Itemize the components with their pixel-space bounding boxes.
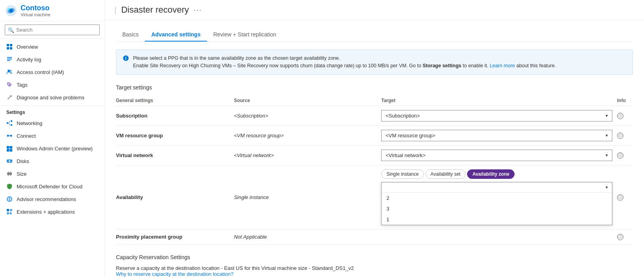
row-target-availability: Single instance Availability set Availab… — [381, 165, 617, 229]
sidebar-item-activity-log[interactable]: Activity log — [0, 53, 104, 66]
svg-point-17 — [7, 135, 9, 137]
info-text-line2: Enable Site Recovery on High Churning VM… — [133, 63, 423, 68]
table-row: Availability Single instance Single inst… — [116, 165, 633, 229]
tab-advanced-settings[interactable]: Advanced settings — [145, 28, 207, 42]
sidebar-item-label: Tags — [17, 82, 27, 88]
svg-rect-21 — [7, 149, 9, 152]
row-label-proximity: Proximity placement group — [116, 229, 234, 244]
row-info-proximity: ⓘ — [617, 229, 633, 244]
row-label-subscription: Subscription — [116, 106, 234, 125]
header-divider: | — [114, 6, 116, 15]
connect-icon — [6, 133, 13, 139]
svg-rect-5 — [10, 44, 12, 46]
network-icon — [6, 120, 13, 126]
tab-review-start[interactable]: Review + Start replication — [207, 28, 283, 42]
settings-section-title: Settings — [0, 105, 104, 117]
info-learn-more-link[interactable]: Learn more — [490, 63, 515, 68]
grid-icon — [6, 44, 13, 50]
table-row: VM resource group <VM resource group> <V… — [116, 125, 633, 145]
chevron-down-icon: ▾ — [606, 185, 608, 190]
row-source-proximity: Not Applicable — [234, 229, 381, 244]
info-icon[interactable]: ⓘ — [617, 194, 623, 201]
row-info-virtual-network: ⓘ — [617, 145, 633, 165]
sidebar-item-overview[interactable]: Overview — [0, 40, 104, 53]
info-text-line3: to enable it. — [462, 63, 490, 68]
extensions-icon — [6, 209, 13, 215]
info-icon[interactable]: ⓘ — [617, 234, 623, 240]
zone-dropdown-input[interactable]: ▾ — [382, 182, 612, 193]
svg-point-18 — [10, 135, 12, 137]
sidebar-item-disks[interactable]: Disks — [0, 155, 104, 167]
sidebar-item-label: Microsoft Defender for Cloud — [17, 184, 82, 190]
sidebar-item-tags[interactable]: Tags — [0, 78, 104, 91]
row-label-virtual-network: Virtual network — [116, 145, 234, 165]
row-source-vm-resource-group: <VM resource group> — [234, 125, 381, 145]
windows-icon — [6, 145, 13, 152]
zone-dropdown: ▾ 2 3 1 — [381, 182, 612, 225]
size-icon — [6, 171, 13, 177]
sidebar-item-label: Access control (IAM) — [17, 69, 64, 75]
tab-basics[interactable]: Basics — [116, 28, 145, 42]
col-target: Target — [381, 95, 617, 106]
sidebar-item-diagnose[interactable]: Diagnose and solve problems — [0, 91, 104, 104]
zone-option-2[interactable]: 2 — [382, 193, 612, 203]
sidebar-item-size[interactable]: Size — [0, 167, 104, 180]
svg-point-13 — [8, 83, 9, 85]
svg-point-11 — [8, 70, 10, 72]
row-target-vm-resource-group: <VM resource group> ▾ — [381, 125, 617, 145]
availability-options: Single instance Availability set Availab… — [381, 169, 612, 179]
tag-icon — [6, 82, 13, 88]
sidebar-item-label: Disks — [17, 158, 29, 164]
row-info-subscription: ⓘ — [617, 106, 633, 125]
row-info-availability: ⓘ — [617, 165, 633, 229]
info-icon[interactable]: ⓘ — [617, 113, 623, 119]
svg-rect-10 — [7, 60, 10, 61]
sidebar-item-label: Diagnose and solve problems — [17, 95, 84, 101]
advisor-icon — [6, 196, 13, 202]
virtual-network-dropdown-value: <Virtual network> — [386, 152, 426, 158]
sidebar-item-label: Connect — [17, 133, 36, 139]
search-input[interactable] — [5, 25, 100, 35]
svg-rect-7 — [10, 47, 12, 49]
sidebar-item-defender[interactable]: Microsoft Defender for Cloud — [0, 180, 104, 193]
svg-rect-22 — [10, 149, 13, 152]
avail-option-set[interactable]: Availability set — [426, 169, 466, 179]
virtual-network-dropdown[interactable]: <Virtual network> ▾ — [381, 150, 612, 161]
avail-option-single[interactable]: Single instance — [381, 169, 424, 179]
subscription-dropdown[interactable]: <Subscription> ▾ — [381, 110, 612, 121]
sidebar-item-label: Activity log — [17, 57, 41, 63]
svg-point-12 — [10, 70, 12, 72]
info-text-line4: about this feature. — [515, 63, 556, 68]
col-source: Source — [234, 95, 381, 106]
row-target-subscription: <Subscription> ▾ — [381, 106, 617, 125]
sidebar-item-connect[interactable]: Connect — [0, 129, 104, 142]
shield-icon — [6, 183, 13, 190]
chevron-down-icon: ▾ — [606, 113, 608, 118]
zone-option-3[interactable]: 3 — [382, 203, 612, 214]
info-icon[interactable]: ⓘ — [617, 133, 623, 139]
row-source-virtual-network: <Virtual network> — [234, 145, 381, 165]
sidebar-item-advisor[interactable]: Advisor recommendations — [0, 193, 104, 205]
svg-rect-8 — [7, 57, 12, 58]
zone-option-1[interactable]: 1 — [382, 214, 612, 225]
sidebar-item-access-control[interactable]: Access control (IAM) — [0, 66, 104, 78]
vm-resource-group-dropdown-value: <VM resource group> — [386, 133, 435, 138]
row-source-subscription: <Subscription> — [234, 106, 381, 125]
sidebar-item-label: Size — [17, 171, 27, 177]
svg-rect-19 — [7, 146, 9, 149]
svg-rect-14 — [7, 122, 8, 124]
svg-rect-9 — [7, 59, 12, 59]
info-icon[interactable]: ⓘ — [617, 152, 623, 159]
sidebar-item-networking[interactable]: Networking — [0, 117, 104, 129]
avail-option-zone[interactable]: Availability zone — [467, 169, 515, 179]
sidebar-item-windows-admin[interactable]: Windows Admin Center (preview) — [0, 142, 104, 155]
subscription-dropdown-value: <Subscription> — [386, 113, 420, 119]
sidebar-item-extensions[interactable]: Extensions + applications — [0, 205, 104, 218]
info-banner-icon — [123, 55, 129, 63]
more-options-button[interactable]: ··· — [194, 6, 202, 14]
list-icon — [6, 56, 13, 63]
vm-resource-group-dropdown[interactable]: <VM resource group> ▾ — [381, 130, 612, 141]
capacity-link[interactable]: Why to reserve capacity at the destinati… — [116, 271, 234, 277]
svg-rect-25 — [7, 173, 12, 175]
svg-rect-6 — [7, 47, 9, 49]
